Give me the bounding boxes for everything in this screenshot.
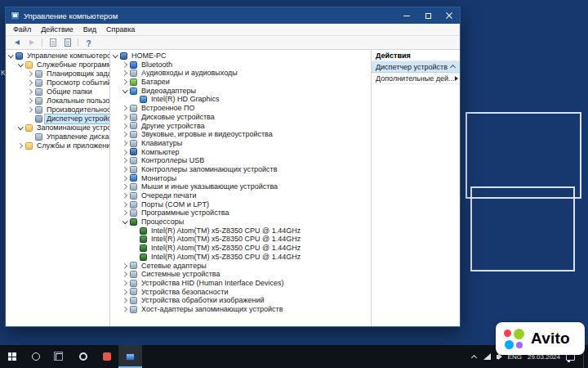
chevron-right-icon[interactable] <box>122 192 129 200</box>
tree-item[interactable]: Порты (COM и LPT) <box>110 200 371 209</box>
chevron-right-icon[interactable] <box>122 157 129 164</box>
chevron-right-icon[interactable] <box>122 183 129 191</box>
collapse-icon[interactable] <box>449 64 456 70</box>
menu-item[interactable]: Действие <box>36 25 78 34</box>
chevron-right-icon[interactable] <box>122 79 129 86</box>
chevron-right-icon[interactable] <box>122 131 129 138</box>
tree-item[interactable]: Локальные пользователи <box>6 96 109 105</box>
tree-item[interactable]: Мыши и иные указывающие устройства <box>110 182 371 191</box>
tree-item[interactable]: Системные устройства <box>110 270 371 279</box>
start-button[interactable] <box>0 345 24 368</box>
tree-item[interactable]: Другие устройства <box>110 122 371 131</box>
chevron-right-icon[interactable] <box>27 79 34 87</box>
chevron-down-icon[interactable] <box>112 52 119 60</box>
tree-item[interactable]: Запоминающие устройств <box>6 123 109 132</box>
tree-item[interactable]: Очереди печати <box>110 191 371 200</box>
tree-item[interactable]: Устройства безопасности <box>110 288 371 297</box>
chevron-right-icon[interactable] <box>122 297 129 304</box>
tree-item[interactable]: Звуковые, игровые и видеоустройства <box>110 130 371 139</box>
task-view-button[interactable] <box>47 345 71 368</box>
printer-icon <box>130 192 137 200</box>
menu-item[interactable]: Вид <box>78 25 101 34</box>
chevron-right-icon[interactable] <box>122 262 129 269</box>
computer-management-taskbar-button[interactable] <box>118 345 142 368</box>
close-button[interactable] <box>439 7 460 24</box>
tree-item[interactable]: Клавиатуры <box>110 139 371 148</box>
tree-item[interactable]: Мониторы <box>110 174 371 183</box>
actions-more[interactable]: Дополнительные дей... <box>372 73 460 84</box>
tree-item[interactable]: Устройства HID (Human Interface Devices) <box>110 279 371 288</box>
chevron-down-icon[interactable] <box>122 218 129 226</box>
tree-item[interactable]: Процессоры <box>110 218 371 227</box>
tree-item[interactable]: Видеоадаптеры <box>110 87 371 96</box>
tree-item[interactable]: Контроллеры USB <box>110 156 371 165</box>
chevron-right-icon[interactable] <box>17 142 24 150</box>
tree-item[interactable]: HOME-PC <box>110 52 371 61</box>
tree-item[interactable]: Bluetooth <box>110 61 371 70</box>
menu-item[interactable]: Файл <box>8 25 36 34</box>
menu-item[interactable]: Справка <box>101 25 140 34</box>
tree-item[interactable]: Intel(R) Atom(TM) x5-Z8350 CPU @ 1.44GHz <box>110 244 371 253</box>
tree-item[interactable]: Диспетчер устройств <box>6 114 109 123</box>
actions-device-manager[interactable]: Диспетчер устройств <box>372 61 460 73</box>
tree-item[interactable]: Устройства обработки изображений <box>110 296 371 305</box>
tree-item[interactable]: Служебные программы <box>6 61 109 70</box>
chevron-right-icon[interactable] <box>122 70 129 77</box>
tree-item[interactable]: Дисковые устройства <box>110 113 371 122</box>
chevron-right-icon[interactable] <box>27 70 34 78</box>
tree-item[interactable]: Встроенное ПО <box>110 104 371 113</box>
chevron-down-icon[interactable] <box>7 52 15 60</box>
chevron-down-icon[interactable] <box>122 88 129 95</box>
chevron-right-icon[interactable] <box>122 288 129 295</box>
chevron-right-icon[interactable] <box>122 114 129 121</box>
chevron-right-icon[interactable] <box>27 97 34 105</box>
tree-item[interactable]: Управление компьютером (л <box>6 52 109 61</box>
tree-item[interactable]: Intel(R) HD Graphics <box>110 95 371 104</box>
tree-item[interactable]: Программные устройства <box>110 209 371 218</box>
back-icon[interactable] <box>11 38 22 48</box>
pinned-app-button[interactable] <box>95 345 118 368</box>
tree-item[interactable]: Intel(R) Atom(TM) x5-Z8350 CPU @ 1.44GHz <box>110 253 371 262</box>
chevron-right-icon[interactable] <box>122 280 129 287</box>
title-bar[interactable]: Управление компьютером <box>6 7 460 24</box>
chevron-right-icon[interactable] <box>122 166 129 173</box>
tree-item[interactable]: Хост-адаптеры запоминающих устройств <box>110 305 371 314</box>
chevron-right-icon[interactable] <box>27 106 34 114</box>
chevron-right-icon[interactable] <box>122 61 129 69</box>
chevron-right-icon[interactable] <box>27 88 34 96</box>
chevron-right-icon[interactable] <box>122 209 129 217</box>
tree-item[interactable]: Службы и приложения <box>6 141 109 150</box>
tree-item[interactable]: Управление дисками <box>6 132 109 141</box>
chevron-right-icon[interactable] <box>122 201 129 209</box>
maximize-button[interactable] <box>417 7 439 24</box>
search-button[interactable] <box>24 345 47 368</box>
chevron-right-icon[interactable] <box>122 140 129 147</box>
chevron-right-icon[interactable] <box>122 122 129 129</box>
properties-icon[interactable] <box>62 38 73 48</box>
chevron-down-icon[interactable] <box>17 124 24 132</box>
tree-item[interactable]: Аудиовходы и аудиовыходы <box>110 69 371 78</box>
forward-icon[interactable] <box>26 38 37 48</box>
chevron-right-icon[interactable] <box>122 105 129 112</box>
settings-taskbar-button[interactable] <box>71 345 95 368</box>
tree-item[interactable]: Планировщик заданий <box>6 70 109 79</box>
chevron-down-icon[interactable] <box>17 61 24 69</box>
tree-item[interactable]: Контроллеры запоминающих устройств <box>110 165 371 174</box>
chevron-right-icon[interactable] <box>122 306 129 313</box>
tree-item[interactable]: Производительность <box>6 105 109 114</box>
tree-item[interactable]: Компьютер <box>110 148 371 157</box>
tree-item[interactable]: Батареи <box>110 78 371 87</box>
tree-item[interactable]: Intel(R) Atom(TM) x5-Z8350 CPU @ 1.44GHz <box>110 235 371 244</box>
tree-item[interactable]: Сетевые адаптеры <box>110 262 371 271</box>
tray-overflow-icon[interactable] <box>471 353 478 360</box>
tree-item[interactable]: Intel(R) Atom(TM) x5-Z8350 CPU @ 1.44GHz <box>110 227 371 236</box>
chevron-right-icon[interactable] <box>122 174 129 182</box>
show-console-tree-icon[interactable] <box>47 38 58 48</box>
tree-item[interactable]: Просмотр событий <box>6 79 109 88</box>
help-icon[interactable] <box>83 38 94 48</box>
tree-item[interactable]: Общие папки <box>6 88 109 96</box>
network-icon[interactable] <box>483 353 491 360</box>
chevron-right-icon[interactable] <box>122 148 129 155</box>
chevron-right-icon[interactable] <box>122 271 129 278</box>
minimize-button[interactable] <box>396 7 417 24</box>
